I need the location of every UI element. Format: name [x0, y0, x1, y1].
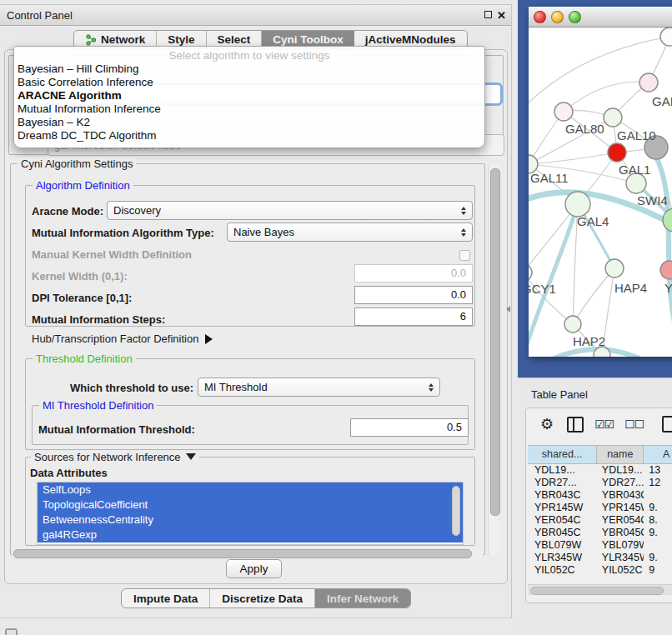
table-row[interactable]: YDL19...YDL19...13 — [528, 464, 672, 477]
scrollbar-thumb[interactable] — [13, 549, 472, 558]
scrollbar-thumb[interactable] — [490, 168, 500, 516]
network-node[interactable] — [529, 264, 532, 281]
network-edge[interactable] — [564, 82, 649, 112]
checked-checkboxes-icon[interactable]: ☑☑ — [594, 418, 614, 431]
network-node[interactable] — [554, 102, 573, 121]
tab-label: Network — [101, 33, 145, 46]
node-label: GAL80 — [565, 122, 604, 136]
data-attribute-item[interactable]: TopologicalCoefficient — [38, 498, 463, 512]
data-attributes-list[interactable]: SelfLoopsTopologicalCoefficientBetweenne… — [37, 482, 464, 545]
table-row[interactable]: YLR345WYLR345W9. — [528, 552, 672, 564]
algorithm-option[interactable]: Basic Correlation Inference — [14, 76, 484, 89]
algorithm-popup-list: Select algorithm to view settings Bayesi… — [13, 46, 485, 148]
table-cell: YBR043C — [597, 489, 644, 502]
gear-icon[interactable]: ⚙ — [540, 415, 554, 433]
node-label: GAL4 — [577, 214, 609, 228]
node-table[interactable]: shared...nameA YDL19...YDL19...13YDR27..… — [528, 445, 672, 577]
algorithm-option[interactable]: Bayesian – K2 — [14, 116, 484, 129]
mi-type-combobox[interactable]: Naive Bayes — [227, 222, 473, 242]
tab-infer-network[interactable]: Infer Network — [315, 589, 410, 608]
table-row[interactable]: YDR27...YDR27...12 — [528, 477, 672, 489]
close-icon[interactable]: ✕ — [497, 9, 506, 22]
network-node[interactable] — [565, 192, 590, 217]
float-window-icon[interactable] — [484, 11, 492, 18]
table-cell: YLR345W — [597, 552, 644, 564]
mi-threshold-field[interactable]: 0.5 — [350, 418, 469, 437]
minimize-traffic-light-icon[interactable] — [551, 11, 564, 23]
table-cell: 9. — [644, 502, 672, 514]
zoom-traffic-light-icon[interactable] — [569, 11, 581, 23]
control-panel-title: Control Panel — [7, 9, 73, 22]
which-threshold-label: Which threshold to use: — [70, 382, 193, 394]
table-row[interactable]: YBL079WYBL079W — [528, 539, 672, 552]
table-horizontal-scrollbar[interactable] — [528, 584, 672, 595]
kernel-width-field[interactable]: 0.0 — [354, 264, 473, 282]
network-edge[interactable] — [529, 37, 669, 107]
algorithm-option[interactable]: Mutual Information Inference — [14, 102, 484, 116]
split-columns-icon[interactable] — [567, 417, 584, 432]
hub-definition-toggle[interactable]: Hub/Transcription Factor Definition — [32, 332, 213, 345]
algorithm-option[interactable]: Dream8 DC_TDC Algorithm — [14, 129, 484, 142]
node-label: GAL11 — [530, 171, 569, 185]
network-edge[interactable] — [573, 268, 614, 324]
manual-kernel-checkbox[interactable] — [459, 250, 470, 261]
expanded-arrow-icon — [186, 453, 196, 460]
tab-discretize-data[interactable]: Discretize Data — [210, 589, 315, 608]
document-icon[interactable] — [662, 416, 672, 432]
data-attribute-item[interactable]: gal4RGexp — [38, 528, 463, 542]
table-row[interactable]: YBR043CYBR043C — [528, 489, 672, 502]
mi-threshold-label: Mutual Information Threshold: — [38, 423, 195, 436]
network-node[interactable] — [564, 316, 581, 332]
sources-toggle[interactable]: Sources for Network Inference — [31, 451, 199, 463]
network-node[interactable] — [604, 108, 622, 127]
close-traffic-light-icon[interactable] — [534, 11, 546, 23]
dpi-tolerance-label: DPI Tolerance [0,1]: — [32, 292, 132, 304]
which-threshold-combobox[interactable]: MI Threshold — [198, 378, 440, 397]
unchecked-checkboxes-icon[interactable]: ☐☐ — [624, 418, 644, 431]
table-cell: 9 — [644, 564, 672, 577]
stepper-icon — [461, 207, 466, 215]
network-node[interactable] — [639, 73, 658, 92]
network-edge[interactable] — [529, 152, 617, 164]
splitter-collapse-icon[interactable] — [506, 306, 510, 312]
tab-label: Style — [168, 33, 194, 46]
data-attributes-label: Data Attributes — [30, 467, 108, 479]
node-label: GAL — [652, 94, 672, 108]
network-node[interactable] — [660, 261, 672, 279]
aracne-mode-combobox[interactable]: Discovery — [107, 201, 473, 220]
minimized-panel-icon[interactable] — [5, 628, 18, 635]
table-row[interactable]: YIL052CYIL052C9 — [528, 564, 672, 577]
network-canvas[interactable]: GALGAL80GAL10GAL1GAL11SWI4GAL4GCY1HAP4YH… — [529, 28, 672, 357]
dpi-tolerance-field[interactable]: 0.0 — [354, 286, 473, 304]
aracne-mode-value: Discovery — [113, 204, 161, 217]
data-attribute-item[interactable]: BetweennessCentrality — [38, 512, 463, 528]
table-cell: YDL19... — [528, 464, 597, 477]
column-header[interactable]: shared... — [528, 446, 597, 463]
column-header[interactable]: A — [644, 446, 672, 463]
network-edge-thick[interactable] — [529, 204, 578, 357]
list-scrollbar-thumb[interactable] — [452, 486, 460, 536]
network-node[interactable] — [608, 143, 626, 162]
data-attribute-item[interactable]: SelfLoops — [38, 482, 463, 498]
algorithm-option[interactable]: ARACNE Algorithm — [14, 89, 484, 102]
scrollbar-thumb[interactable] — [530, 587, 664, 595]
settings-vertical-scrollbar[interactable] — [488, 165, 499, 555]
popup-placeholder: Select algorithm to view settings — [14, 48, 484, 62]
table-row[interactable]: YBR045CYBR045C9. — [528, 527, 672, 539]
table-header-row: shared...nameA — [528, 445, 672, 464]
table-row[interactable]: YPR145WYPR145W9. — [528, 502, 672, 514]
column-header[interactable]: name — [597, 446, 644, 463]
mi-steps-field[interactable]: 6 — [354, 308, 473, 326]
tab-impute-data[interactable]: Impute Data — [122, 589, 210, 608]
apply-button[interactable]: Apply — [226, 559, 282, 578]
network-graph: GALGAL80GAL10GAL1GAL11SWI4GAL4GCY1HAP4YH… — [529, 28, 672, 357]
node-label: SWI4 — [637, 193, 668, 208]
algorithm-option[interactable]: Bayesian – Hill Climbing — [14, 62, 484, 76]
network-edge-thick[interactable] — [654, 152, 672, 357]
table-cell: YBR045C — [528, 527, 597, 539]
settings-horizontal-scrollbar[interactable] — [12, 548, 484, 558]
table-row[interactable]: YER054CYER054C8. — [528, 514, 672, 527]
network-node[interactable] — [660, 28, 672, 46]
network-node[interactable] — [605, 259, 624, 278]
panel-divider[interactable] — [511, 4, 512, 618]
